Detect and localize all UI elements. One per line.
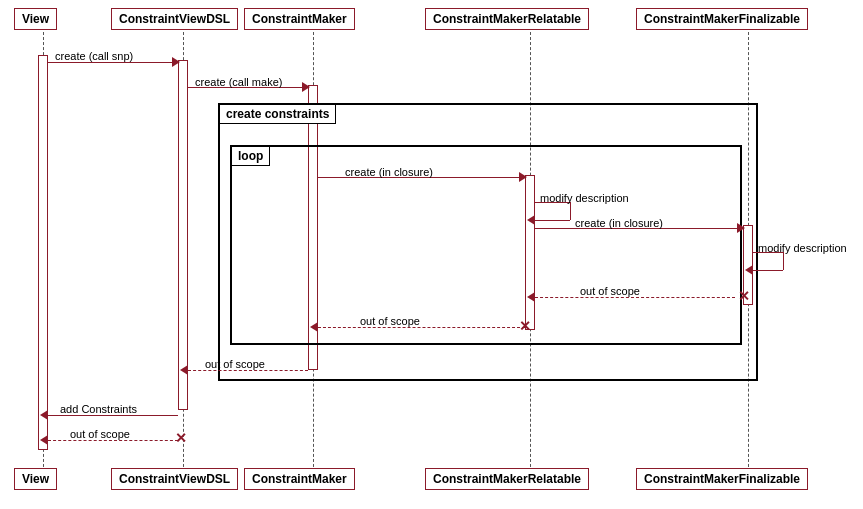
message-modify-desc-1-v — [570, 202, 571, 220]
fragment-loop-label: loop — [232, 147, 270, 166]
fragment-loop: loop — [230, 145, 742, 345]
lifeline-box-constraintmakerfinalizable-top: ConstraintMakerFinalizable — [636, 8, 808, 30]
label-create-call-snp: create (call snp) — [55, 50, 133, 62]
arrow-create-call-snp — [172, 57, 180, 67]
label-create-in-closure-2: create (in closure) — [575, 217, 663, 229]
message-out-of-scope-1 — [535, 297, 735, 298]
arrow-out-of-scope-4 — [40, 435, 48, 445]
arrow-out-of-scope-1 — [527, 292, 535, 302]
arrow-add-constraints — [40, 410, 48, 420]
arrow-modify-desc-1 — [527, 215, 535, 225]
label-out-of-scope-1: out of scope — [580, 285, 640, 297]
label-out-of-scope-4: out of scope — [70, 428, 130, 440]
message-modify-desc-2-v — [783, 252, 784, 270]
lifeline-box-constraintviewdsl-top: ConstraintViewDSL — [111, 8, 238, 30]
lifeline-box-constraintmakerrelatable-top: ConstraintMakerRelatable — [425, 8, 589, 30]
activation-view — [38, 55, 48, 450]
x-mark-cvdsl: ✕ — [175, 430, 187, 446]
diagram-container: View ConstraintViewDSL ConstraintMaker C… — [0, 0, 863, 509]
message-modify-desc-1-h2 — [535, 220, 570, 221]
message-create-call-snp — [48, 62, 178, 63]
activation-cvdsl — [178, 60, 188, 410]
lifeline-box-constraintmakerfinalizable-bottom: ConstraintMakerFinalizable — [636, 468, 808, 490]
x-mark-cmf: ✕ — [738, 288, 750, 304]
arrow-create-in-closure-2 — [737, 223, 745, 233]
message-out-of-scope-4 — [48, 440, 178, 441]
message-out-of-scope-2 — [318, 327, 525, 328]
label-modify-desc-2: modify description — [758, 242, 847, 254]
lifeline-box-constraintmaker-top: ConstraintMaker — [244, 8, 355, 30]
label-create-in-closure-1: create (in closure) — [345, 166, 433, 178]
label-add-constraints: add Constraints — [60, 403, 137, 415]
message-add-constraints — [48, 415, 178, 416]
arrow-modify-desc-2 — [745, 265, 753, 275]
lifeline-box-view-bottom: View — [14, 468, 57, 490]
lifeline-box-constraintmakerrelatable-bottom: ConstraintMakerRelatable — [425, 468, 589, 490]
arrow-out-of-scope-2 — [310, 322, 318, 332]
arrow-create-call-make — [302, 82, 310, 92]
arrow-create-in-closure-1 — [519, 172, 527, 182]
label-out-of-scope-2: out of scope — [360, 315, 420, 327]
lifeline-box-constraintmaker-bottom: ConstraintMaker — [244, 468, 355, 490]
lifeline-box-view-top: View — [14, 8, 57, 30]
lifeline-box-constraintviewdsl-bottom: ConstraintViewDSL — [111, 468, 238, 490]
label-create-call-make: create (call make) — [195, 76, 282, 88]
message-out-of-scope-3 — [188, 370, 308, 371]
label-out-of-scope-3: out of scope — [205, 358, 265, 370]
fragment-create-constraints-label: create constraints — [220, 105, 336, 124]
x-mark-cmr: ✕ — [519, 318, 531, 334]
arrow-out-of-scope-3 — [180, 365, 188, 375]
message-modify-desc-2-h2 — [753, 270, 783, 271]
label-modify-desc-1: modify description — [540, 192, 629, 204]
